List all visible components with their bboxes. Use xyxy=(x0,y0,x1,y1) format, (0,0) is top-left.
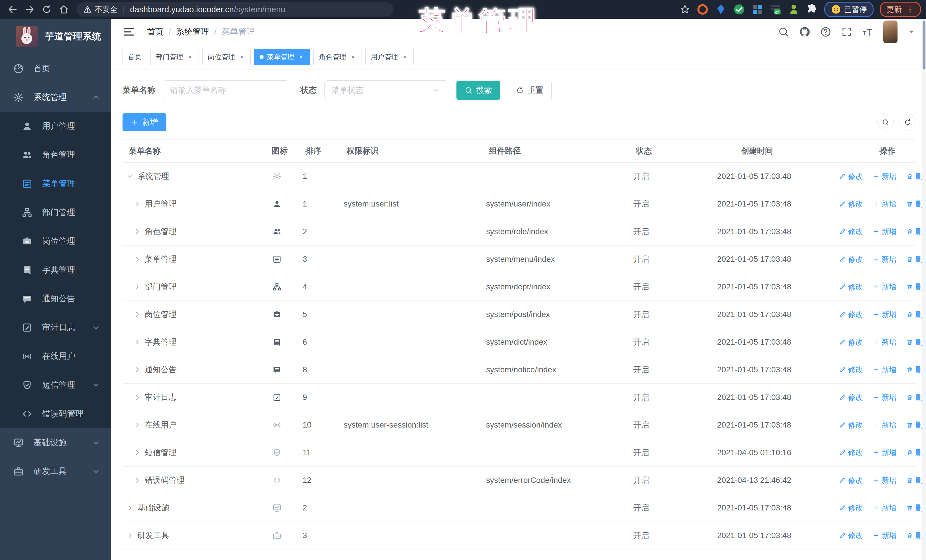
page-scrollbar[interactable] xyxy=(922,19,926,560)
expand-expand-icon[interactable] xyxy=(133,366,141,374)
sidebar-item-字典管理[interactable]: 字典管理 xyxy=(0,255,111,284)
sidebar-item-短信管理[interactable]: 短信管理 xyxy=(0,371,111,399)
tab-close-icon[interactable]: × xyxy=(187,54,194,60)
menu-name-input[interactable] xyxy=(163,80,289,100)
add-link[interactable]: 新增 xyxy=(873,309,897,320)
expand-expand-icon[interactable] xyxy=(126,504,134,512)
expand-expand-icon[interactable] xyxy=(133,311,141,318)
browser-reload-button[interactable] xyxy=(39,2,54,17)
tab-用户管理[interactable]: 用户管理× xyxy=(365,49,414,65)
sidebar-item-系统管理[interactable]: 系统管理 xyxy=(0,83,111,112)
expand-expand-icon[interactable] xyxy=(133,283,141,291)
scrollbar-thumb[interactable] xyxy=(923,21,925,69)
github-icon[interactable] xyxy=(799,26,810,38)
edit-link[interactable]: 修改 xyxy=(839,392,863,403)
breadcrumb-item-系统管理[interactable]: 系统管理 xyxy=(176,26,209,38)
sidebar-item-在线用户[interactable]: 在线用户 xyxy=(0,342,111,371)
add-link[interactable]: 新增 xyxy=(873,199,897,209)
sidebar-item-基础设施[interactable]: 基础设施 xyxy=(0,428,111,457)
tab-close-icon[interactable]: × xyxy=(401,54,408,60)
sidebar-item-部门管理[interactable]: 部门管理 xyxy=(0,198,111,227)
add-link[interactable]: 新增 xyxy=(873,282,897,292)
bookmark-star-icon[interactable] xyxy=(679,4,690,15)
tab-部门管理[interactable]: 部门管理× xyxy=(150,49,199,65)
reset-button[interactable]: 重置 xyxy=(508,81,552,100)
sidebar-item-通知公告[interactable]: 通知公告 xyxy=(0,284,111,313)
sidebar-item-用户管理[interactable]: 用户管理 xyxy=(0,112,111,140)
tab-菜单管理[interactable]: 菜单管理× xyxy=(254,49,310,65)
fullscreen-icon[interactable] xyxy=(841,26,852,38)
sidebar-item-岗位管理[interactable]: 岗位管理 xyxy=(0,227,111,255)
add-link[interactable]: 新增 xyxy=(873,254,897,264)
browser-home-button[interactable] xyxy=(56,2,71,17)
edit-link[interactable]: 修改 xyxy=(839,420,863,430)
sidebar-item-审计日志[interactable]: 审计日志 xyxy=(0,313,111,342)
add-link[interactable]: 新增 xyxy=(873,227,897,237)
user-avatar[interactable] xyxy=(883,21,897,43)
expand-expand-icon[interactable] xyxy=(133,228,141,235)
expand-collapse-icon[interactable] xyxy=(126,172,134,180)
sidebar-collapse-icon[interactable] xyxy=(123,26,135,38)
profile-paused-badge[interactable]: 已暂停 xyxy=(824,2,873,17)
edit-link[interactable]: 修改 xyxy=(839,365,863,375)
browser-back-button[interactable] xyxy=(5,2,20,17)
expand-expand-icon[interactable] xyxy=(133,255,141,263)
edit-link[interactable]: 修改 xyxy=(839,503,863,513)
extension-icon-check[interactable] xyxy=(733,3,745,15)
tab-岗位管理[interactable]: 岗位管理× xyxy=(202,49,251,65)
add-link[interactable]: 新增 xyxy=(873,475,897,485)
refresh-table-button[interactable] xyxy=(899,114,916,130)
extensions-puzzle-icon[interactable] xyxy=(806,3,818,15)
toggle-search-button[interactable] xyxy=(877,114,894,130)
add-button[interactable]: 新增 xyxy=(123,113,166,131)
sidebar-item-角色管理[interactable]: 角色管理 xyxy=(0,140,111,169)
add-link[interactable]: 新增 xyxy=(873,337,897,347)
expand-expand-icon[interactable] xyxy=(133,200,141,208)
expand-expand-icon[interactable] xyxy=(126,531,134,539)
font-size-icon[interactable]: TT xyxy=(862,26,873,38)
tab-close-icon[interactable]: × xyxy=(298,54,304,60)
sidebar-item-菜单管理[interactable]: 菜单管理 xyxy=(0,169,111,198)
edit-link[interactable]: 修改 xyxy=(839,337,863,347)
avatar-caret-down-icon[interactable] xyxy=(907,28,916,36)
edit-link[interactable]: 修改 xyxy=(839,199,863,209)
help-icon[interactable] xyxy=(820,26,831,38)
extension-icon-orange[interactable] xyxy=(697,3,709,15)
tab-close-icon[interactable]: × xyxy=(239,54,245,60)
browser-update-badge[interactable]: 更新 xyxy=(880,2,921,17)
tab-首页[interactable]: 首页 xyxy=(123,49,147,65)
expand-expand-icon[interactable] xyxy=(133,476,141,484)
add-link[interactable]: 新增 xyxy=(873,531,897,540)
add-link[interactable]: 新增 xyxy=(873,365,897,375)
address-bar[interactable]: 不安全 | dashboard.yudao.iocoder.cn/system/… xyxy=(76,2,393,17)
extension-icon-green[interactable] xyxy=(788,3,800,15)
search-button[interactable]: 搜索 xyxy=(457,81,500,100)
tab-角色管理[interactable]: 角色管理× xyxy=(313,49,362,65)
add-link[interactable]: 新增 xyxy=(873,503,897,513)
add-link[interactable]: 新增 xyxy=(873,420,897,430)
edit-link[interactable]: 修改 xyxy=(839,254,863,264)
expand-expand-icon[interactable] xyxy=(133,448,141,457)
add-link[interactable]: 新增 xyxy=(873,392,897,403)
edit-link[interactable]: 修改 xyxy=(839,475,863,485)
add-link[interactable]: 新增 xyxy=(873,172,897,181)
expand-expand-icon[interactable] xyxy=(133,421,141,429)
browser-forward-button[interactable] xyxy=(22,2,37,17)
extension-icon-on-badge[interactable]: on xyxy=(770,3,782,15)
edit-link[interactable]: 修改 xyxy=(839,531,863,540)
sidebar-item-首页[interactable]: 首页 xyxy=(0,54,111,83)
edit-link[interactable]: 修改 xyxy=(839,282,863,292)
menu-status-select[interactable]: 菜单状态 xyxy=(324,80,447,100)
edit-link[interactable]: 修改 xyxy=(839,227,863,237)
sidebar-item-错误码管理[interactable]: 错误码管理 xyxy=(0,399,111,428)
expand-expand-icon[interactable] xyxy=(133,338,141,346)
extension-icon-grid[interactable] xyxy=(751,3,763,15)
breadcrumb-item-首页[interactable]: 首页 xyxy=(147,26,163,38)
add-link[interactable]: 新增 xyxy=(873,448,897,458)
edit-link[interactable]: 修改 xyxy=(839,448,863,458)
edit-link[interactable]: 修改 xyxy=(839,309,863,320)
tab-close-icon[interactable]: × xyxy=(350,54,356,60)
app-logo-row[interactable]: 芋道管理系统 xyxy=(0,19,111,54)
sidebar-item-研发工具[interactable]: 研发工具 xyxy=(0,457,111,486)
header-search-icon[interactable] xyxy=(778,26,789,38)
